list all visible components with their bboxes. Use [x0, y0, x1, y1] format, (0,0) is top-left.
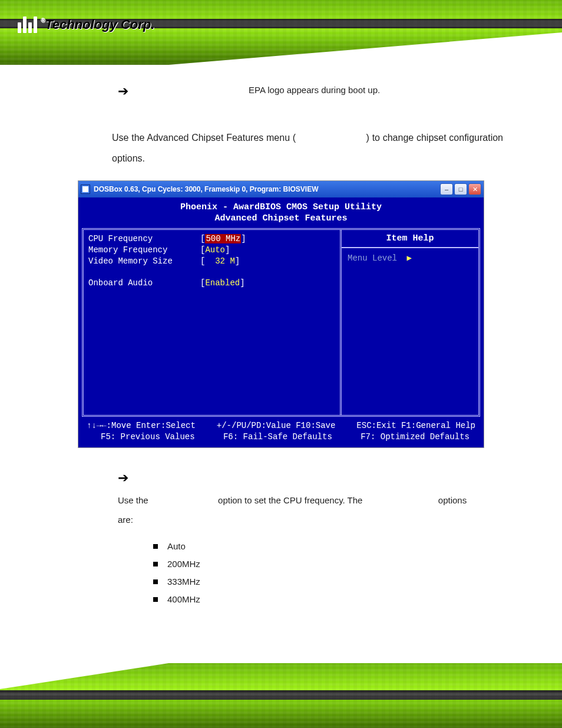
square-bullet-icon — [153, 562, 158, 566]
square-bullet-icon — [153, 579, 158, 584]
footer-seg: F7: Optimized Defaults — [361, 431, 470, 443]
para2-c: options — [438, 495, 467, 505]
list-item-label: 200MHz — [167, 555, 200, 573]
close-button[interactable]: ✕ — [468, 183, 481, 195]
para2-a: Use the — [118, 495, 148, 505]
brand-logo: ®Technology Corp. — [18, 17, 155, 33]
window-titlebar: DOSBox 0.63, Cpu Cycles: 3000, Frameskip… — [78, 181, 484, 197]
option-row[interactable]: Memory Frequency [Auto] — [88, 245, 335, 256]
cpu-freq-paragraph: Use the option to set the CPU frequency.… — [118, 490, 503, 529]
list-item: 333MHz — [153, 573, 503, 591]
footer-decoration — [0, 663, 562, 728]
option-value: 500 MHz — [205, 234, 241, 243]
list-item-label: 400MHz — [167, 591, 200, 608]
brand-text: Technology Corp. — [45, 17, 154, 32]
list-item-label: 333MHz — [167, 573, 200, 591]
footer-seg: ESC:Exit F1:General Help — [356, 420, 475, 431]
footer-seg: ↑↓→←:Move Enter:Select — [87, 420, 196, 431]
cpu-freq-options-list: Auto 200MHz 333MHz 400MHz — [153, 538, 503, 608]
option-row-blank — [88, 267, 335, 278]
list-item-label: Auto — [167, 538, 186, 555]
minimize-button[interactable]: – — [440, 183, 453, 195]
bios-options-pane: CPU Frequency [500 MHz] Memory Frequency… — [84, 230, 340, 415]
footer-seg: F6: Fail-Safe Defaults — [223, 431, 332, 443]
option-label: Onboard Audio — [88, 278, 200, 289]
option-label: Video Memory Size — [88, 256, 200, 267]
note-text-1: EPA logo appears during boot up. — [249, 85, 380, 95]
note-line-2: ➔ — [118, 472, 503, 485]
bios-header: Phoenix - AwardBIOS CMOS Setup Utility A… — [82, 200, 480, 228]
window-title: DOSBox 0.63, Cpu Cycles: 3000, Frameskip… — [94, 185, 437, 193]
option-value: Enabled — [205, 278, 240, 288]
arrow-right-icon: ➔ — [118, 472, 128, 485]
para2-b: option to set the CPU frequency. The — [218, 495, 362, 505]
option-label: Memory Frequency — [88, 245, 200, 256]
arrow-right-icon: ➔ — [118, 85, 128, 98]
option-row[interactable]: Onboard Audio [Enabled] — [88, 278, 335, 289]
note-line-1: ➔ EPA logo appears during boot up. — [118, 85, 503, 98]
square-bullet-icon — [153, 597, 158, 602]
item-help-title: Item Help — [342, 230, 478, 247]
bios-footer: ↑↓→←:Move Enter:Select +/-/PU/PD:Value F… — [82, 417, 480, 444]
para1-pre: Use the Advanced Chipset Features menu ( — [112, 133, 296, 143]
menu-level-label: Menu Level — [348, 253, 397, 263]
bios-screenshot: DOSBox 0.63, Cpu Cycles: 3000, Frameskip… — [78, 180, 484, 447]
list-item: 400MHz — [153, 591, 503, 608]
list-item: 200MHz — [153, 555, 503, 573]
option-row[interactable]: CPU Frequency [500 MHz] — [88, 233, 335, 245]
footer-seg: F5: Previous Values — [101, 431, 195, 443]
list-item: Auto — [153, 538, 503, 555]
bios-header-line1: Phoenix - AwardBIOS CMOS Setup Utility — [82, 202, 480, 213]
bios-header-line2: Advanced Chipset Features — [82, 213, 480, 225]
option-row[interactable]: Video Memory Size [ 32 M] — [88, 256, 335, 267]
triangle-right-icon: ▶ — [406, 253, 411, 263]
option-value: Auto — [205, 245, 225, 255]
maximize-button[interactable]: □ — [454, 183, 467, 195]
square-bullet-icon — [153, 544, 158, 549]
item-help-body: Menu Level ▶ — [342, 248, 478, 268]
app-icon — [81, 185, 90, 194]
para2-d: are: — [118, 515, 133, 525]
logo-mark-icon — [18, 17, 37, 33]
footer-seg: +/-/PU/PD:Value F10:Save — [217, 420, 336, 431]
option-value: 32 M — [205, 256, 234, 266]
intro-paragraph: Use the Advanced Chipset Features menu (… — [112, 127, 503, 169]
option-label: CPU Frequency — [88, 233, 200, 245]
